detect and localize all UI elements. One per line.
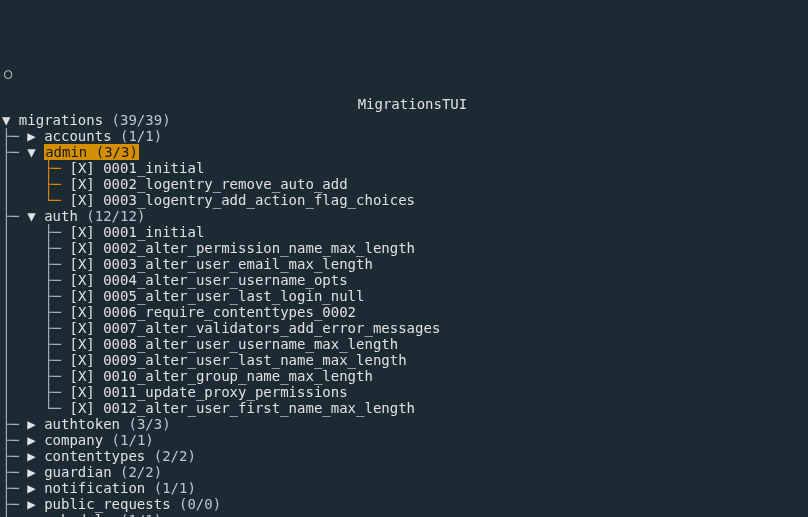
branch-icon: ├─ xyxy=(27,336,69,352)
branch-icon: │ xyxy=(2,384,27,400)
branch-icon: │ xyxy=(2,176,27,192)
app-count: (1/1) xyxy=(154,480,196,496)
app-notification[interactable]: notification xyxy=(44,480,154,496)
tree-row[interactable]: ├─ ▼ auth (12/12) xyxy=(2,208,808,224)
migration-item[interactable]: [X] 0001_initial xyxy=(69,160,204,176)
tree-row[interactable]: ├─ ▶ company (1/1) xyxy=(2,432,808,448)
branch-icon: ├─ xyxy=(2,480,27,496)
tree-row[interactable]: │ ├─ [X] 0007_alter_validators_add_error… xyxy=(2,320,808,336)
branch-icon: ├─ xyxy=(27,224,69,240)
app-guardian[interactable]: guardian xyxy=(44,464,120,480)
branch-icon: ├─ xyxy=(2,512,27,517)
tree-row[interactable]: │ ├─ [X] 0001_initial xyxy=(2,224,808,240)
app-auth[interactable]: auth xyxy=(44,208,86,224)
tree-row[interactable]: │ ├─ [X] 0011_update_proxy_permissions xyxy=(2,384,808,400)
caret-closed-icon[interactable]: ▶ xyxy=(27,464,44,480)
caret-closed-icon[interactable]: ▶ xyxy=(27,416,44,432)
branch-icon: ├─ xyxy=(27,256,69,272)
tree-row[interactable]: │ └─ [X] 0012_alter_user_first_name_max_… xyxy=(2,400,808,416)
migration-item[interactable]: [X] 0012_alter_user_first_name_max_lengt… xyxy=(69,400,415,416)
caret-open-icon[interactable]: ▼ xyxy=(27,208,44,224)
branch-icon: │ xyxy=(2,336,27,352)
app-count: (1/1) xyxy=(112,432,154,448)
branch-icon: ├─ xyxy=(2,208,27,224)
tree-row[interactable]: │ ├─ [X] 0004_alter_user_username_opts xyxy=(2,272,808,288)
tree-row[interactable]: │ ├─ [X] 0002_alter_permission_name_max_… xyxy=(2,240,808,256)
tree-row[interactable]: ├─ ▶ accounts (1/1) xyxy=(2,128,808,144)
app-contenttypes[interactable]: contenttypes xyxy=(44,448,154,464)
branch-icon: │ xyxy=(2,224,27,240)
branch-icon: ├─ xyxy=(2,464,27,480)
tree-row[interactable]: │ ├─ [X] 0008_alter_user_username_max_le… xyxy=(2,336,808,352)
migration-item[interactable]: [X] 0008_alter_user_username_max_length xyxy=(69,336,398,352)
app-accounts[interactable]: accounts xyxy=(44,128,120,144)
branch-icon: ├─ xyxy=(27,272,69,288)
branch-icon: │ xyxy=(2,256,27,272)
branch-icon: ├─ xyxy=(2,448,27,464)
migration-item[interactable]: [X] 0001_initial xyxy=(69,224,204,240)
branch-icon: │ xyxy=(2,400,27,416)
caret-open-icon[interactable]: ▼ xyxy=(27,144,44,160)
tree-row[interactable]: │ ├─ [X] 0003_alter_user_email_max_lengt… xyxy=(2,256,808,272)
tree-row[interactable]: │ ├─ [X] 0009_alter_user_last_name_max_l… xyxy=(2,352,808,368)
caret-closed-icon[interactable]: ▶ xyxy=(27,480,44,496)
tree-row[interactable]: ├─ ▶ contenttypes (2/2) xyxy=(2,448,808,464)
app-company[interactable]: company xyxy=(44,432,111,448)
migration-item[interactable]: [X] 0011_update_proxy_permissions xyxy=(69,384,347,400)
migration-item[interactable]: [X] 0005_alter_user_last_login_null xyxy=(69,288,364,304)
tree-row[interactable]: ├─ ▶ authtoken (3/3) xyxy=(2,416,808,432)
app-title: MigrationsTUI xyxy=(358,96,468,112)
caret-closed-icon[interactable]: ▶ xyxy=(27,496,44,512)
migration-item[interactable]: [X] 0010_alter_group_name_max_length xyxy=(69,368,372,384)
app-count: (12/12) xyxy=(86,208,145,224)
branch-icon: │ xyxy=(2,160,27,176)
caret-closed-icon[interactable]: ▶ xyxy=(27,448,44,464)
branch-icon: ├─ xyxy=(27,384,69,400)
tree-row[interactable]: │ ├─ [X] 0001_initial xyxy=(2,160,808,176)
caret-closed-icon[interactable]: ▶ xyxy=(27,432,44,448)
branch-icon: │ xyxy=(2,288,27,304)
caret-closed-icon[interactable]: ▶ xyxy=(27,128,44,144)
tree-row[interactable]: ├─ ▶ guardian (2/2) xyxy=(2,464,808,480)
branch-icon: │ xyxy=(2,320,27,336)
migration-item[interactable]: [X] 0009_alter_user_last_name_max_length xyxy=(69,352,406,368)
branch-icon: ├─ xyxy=(27,288,69,304)
circle-icon: ○ xyxy=(4,65,12,81)
tree-row[interactable]: ├─ ▶ notification (1/1) xyxy=(2,480,808,496)
migrations-tree[interactable]: ▼ migrations (39/39)├─ ▶ accounts (1/1)├… xyxy=(0,112,808,517)
tree-row[interactable]: │ └─ [X] 0003_logentry_add_action_flag_c… xyxy=(2,192,808,208)
tree-row[interactable]: │ ├─ [X] 0010_alter_group_name_max_lengt… xyxy=(2,368,808,384)
branch-icon: └─ xyxy=(27,192,69,208)
caret-open-icon[interactable]: ▼ xyxy=(2,112,19,128)
tree-row[interactable]: ├─ ▼ admin (3/3) xyxy=(2,144,808,160)
app-count: (1/1) xyxy=(120,512,162,517)
app-admin[interactable]: admin (3/3) xyxy=(44,144,139,160)
app-count: (2/2) xyxy=(154,448,196,464)
branch-icon: ├─ xyxy=(27,368,69,384)
branch-icon: │ xyxy=(2,368,27,384)
branch-icon: └─ xyxy=(27,400,69,416)
caret-closed-icon[interactable]: ▶ xyxy=(27,512,44,517)
migration-item[interactable]: [X] 0007_alter_validators_add_error_mess… xyxy=(69,320,440,336)
tree-row[interactable]: │ ├─ [X] 0002_logentry_remove_auto_add xyxy=(2,176,808,192)
migration-item[interactable]: [X] 0002_logentry_remove_auto_add xyxy=(69,176,347,192)
migration-item[interactable]: [X] 0002_alter_permission_name_max_lengt… xyxy=(69,240,415,256)
migration-item[interactable]: [X] 0004_alter_user_username_opts xyxy=(69,272,347,288)
tree-row[interactable]: ▼ migrations (39/39) xyxy=(2,112,808,128)
app-authtoken[interactable]: authtoken xyxy=(44,416,128,432)
app-count: (3/3) xyxy=(128,416,170,432)
root-count: (39/39) xyxy=(112,112,171,128)
branch-icon: │ xyxy=(2,272,27,288)
branch-icon: ├─ xyxy=(2,496,27,512)
app-schedule[interactable]: schedule xyxy=(44,512,120,517)
tree-row[interactable]: ├─ ▶ schedule (1/1) xyxy=(2,512,808,517)
migration-item[interactable]: [X] 0003_logentry_add_action_flag_choice… xyxy=(69,192,415,208)
tree-row[interactable]: │ ├─ [X] 0005_alter_user_last_login_null xyxy=(2,288,808,304)
tree-row[interactable]: ├─ ▶ public_requests (0/0) xyxy=(2,496,808,512)
tree-row[interactable]: │ ├─ [X] 0006_require_contenttypes_0002 xyxy=(2,304,808,320)
app-public_requests[interactable]: public_requests xyxy=(44,496,179,512)
migration-item[interactable]: [X] 0003_alter_user_email_max_length xyxy=(69,256,372,272)
branch-icon: │ xyxy=(2,352,27,368)
migration-item[interactable]: [X] 0006_require_contenttypes_0002 xyxy=(69,304,356,320)
branch-icon: ├─ xyxy=(2,432,27,448)
